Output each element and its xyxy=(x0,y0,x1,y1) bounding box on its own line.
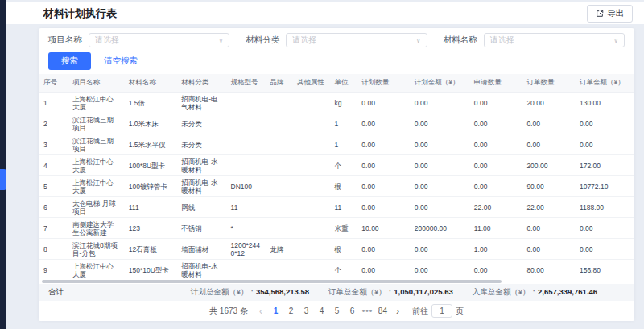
table-cell: 0.00 xyxy=(357,239,410,260)
table-cell: 0.00 xyxy=(410,197,469,218)
pagination-prev-button[interactable]: ‹ xyxy=(257,306,265,316)
table-cell: 6 xyxy=(39,197,68,218)
table-cell: 0.00 xyxy=(575,113,634,134)
chevron-right-icon: › xyxy=(396,306,399,317)
table-cell: 111 xyxy=(124,197,177,218)
table-cell: 9 xyxy=(39,260,68,280)
material-category-placeholder: 请选择 xyxy=(292,35,316,46)
table-cell: 0.00 xyxy=(410,134,469,155)
table-cell: 1.00 xyxy=(469,239,522,260)
column-header: 规格型号 xyxy=(226,74,266,93)
table-cell: 5 xyxy=(39,176,68,197)
pagination-page-6[interactable]: 6 xyxy=(345,304,359,318)
table-cell: 招商机电-水暖材料 xyxy=(176,176,225,197)
filter-group-material-name: 材料名称 请选择 ∨ xyxy=(444,33,625,47)
table-cell xyxy=(226,134,266,155)
table-cell: 123 xyxy=(124,218,177,239)
topbar: 材料计划执行表 导出 xyxy=(6,2,644,24)
material-category-label: 材料分类 xyxy=(246,35,279,46)
table-row[interactable]: 6太仓电梯-月球项目111网线11110.000.0022.0022.00118… xyxy=(39,197,634,218)
pagination-page-4[interactable]: 4 xyxy=(315,304,328,318)
table-cell: 1.5倍 xyxy=(124,93,177,113)
table-cell xyxy=(226,260,266,280)
table-cell: 招商机电-水暖材料 xyxy=(176,155,225,176)
pagination-total: 共 1673 条 xyxy=(209,306,248,317)
table-cell xyxy=(265,93,292,113)
table-cell: 8 xyxy=(39,239,68,260)
table-cell: 招商机电-电气材料 xyxy=(176,93,225,113)
table-cell: 太仓电梯-月球项目 xyxy=(68,197,124,218)
table-cell: 0.00 xyxy=(522,134,575,155)
table-cell xyxy=(226,113,266,134)
table-cell: 墙面辅材 xyxy=(176,239,225,260)
table-cell xyxy=(226,155,266,176)
search-button[interactable]: 搜索 xyxy=(48,52,91,70)
table-cell: 0.00 xyxy=(410,113,469,134)
table-cell: 滨江花城三期项目 xyxy=(68,113,124,134)
table-row[interactable]: 3滨江花城三期项目1.5米水平仪未分类10.000.000.000.000.00 xyxy=(39,134,634,155)
pagination-page-2[interactable]: 2 xyxy=(284,304,298,318)
material-name-label: 材料名称 xyxy=(444,35,477,46)
table-cell: 未分类 xyxy=(176,113,225,134)
table-row[interactable]: 8滨江花城8期项目-分包12石膏板墙面辅材1200*2440*12龙牌根0.00… xyxy=(39,239,634,260)
horizontal-scrollbar-thumb[interactable] xyxy=(42,280,502,283)
pagination-goto-input[interactable] xyxy=(431,304,452,318)
table-cell: 11 xyxy=(226,197,266,218)
table-row[interactable]: 5上海松江中心大厦100镀锌管卡招商机电-水暖材料DN100根0.000.000… xyxy=(39,176,634,197)
table-row[interactable]: 1上海松江中心大厦1.5倍招商机电-电气材料kg0.000.000.0020.0… xyxy=(39,93,634,113)
table-cell: 0.00 xyxy=(357,176,410,197)
clear-search-link[interactable]: 清空搜索 xyxy=(104,56,138,67)
table-row[interactable]: 7南侧建达大学生公寓新建123不锈钢*米重10.00200000.0011.00… xyxy=(39,218,634,239)
pagination-ellipsis[interactable]: ••• xyxy=(361,304,374,318)
export-button-label: 导出 xyxy=(607,8,624,19)
summary-total-value: 1,050,117,025.63 xyxy=(394,287,452,296)
project-name-label: 项目名称 xyxy=(48,35,82,46)
table-cell: 4 xyxy=(39,155,68,176)
table-cell: 0.00 xyxy=(410,93,469,113)
table-cell: 0.00 xyxy=(357,93,410,113)
page-title: 材料计划执行表 xyxy=(43,6,587,21)
table-cell: 0.00 xyxy=(357,113,410,134)
table-cell: 上海松江中心大厦 xyxy=(68,155,124,176)
sidebar-expand-handle[interactable] xyxy=(0,169,6,190)
table-cell: 0.00 xyxy=(469,260,522,280)
table-cell: 龙牌 xyxy=(265,239,292,260)
table-cell: 0.00 xyxy=(357,134,410,155)
material-category-select[interactable]: 请选择 ∨ xyxy=(286,33,427,47)
pagination-page-3[interactable]: 3 xyxy=(299,304,313,318)
summary-total-value: 354,568,213.58 xyxy=(256,287,309,296)
column-header: 其他属性 xyxy=(292,74,330,93)
table-cell: 根 xyxy=(330,239,357,260)
collapsed-sidebar[interactable] xyxy=(0,0,6,329)
project-name-placeholder: 请选择 xyxy=(95,35,119,46)
table-cell: 1 xyxy=(39,93,68,113)
project-name-select[interactable]: 请选择 ∨ xyxy=(89,33,229,47)
table-cell: 1188.00 xyxy=(575,197,634,218)
table-row[interactable]: 4上海松江中心大厦100*8U型卡招商机电-水暖材料个0.000.000.002… xyxy=(39,155,634,176)
table-header-row: 序号项目名称材料名称材料分类规格型号品牌其他属性单位计划数量计划金额（¥）申请数… xyxy=(39,74,634,93)
table-cell: 20.00 xyxy=(522,93,575,113)
table-cell: 2 xyxy=(39,113,68,134)
pagination-next-button[interactable]: › xyxy=(394,306,402,316)
export-icon xyxy=(596,10,604,18)
filter-actions: 搜索 清空搜索 xyxy=(48,52,625,70)
table-cell: 招商机电-水暖材料 xyxy=(176,260,225,280)
material-name-select[interactable]: 请选择 ∨ xyxy=(484,33,625,47)
table-cell: 不锈钢 xyxy=(176,218,225,239)
table-cell: * xyxy=(226,218,266,239)
table-cell: 0.00 xyxy=(410,239,469,260)
pagination-page-1[interactable]: 1 xyxy=(269,304,283,318)
table-cell: 0.00 xyxy=(357,155,410,176)
goto-label: 前往 xyxy=(412,306,428,317)
export-button[interactable]: 导出 xyxy=(587,5,633,23)
table-cell: 滨江花城三期项目 xyxy=(68,134,124,155)
table-cell: 0.00 xyxy=(357,260,410,280)
chevron-left-icon: ‹ xyxy=(259,306,262,317)
table-row[interactable]: 9上海松江中心大厦150*10U型卡招商机电-水暖材料个0.000.000.00… xyxy=(39,260,634,280)
chevron-down-icon: ∨ xyxy=(613,37,618,44)
pagination-page-5[interactable]: 5 xyxy=(330,304,344,318)
pagination-page-84[interactable]: 84 xyxy=(376,304,390,318)
filter-group-material-category: 材料分类 请选择 ∨ xyxy=(246,33,427,47)
table-row[interactable]: 2滨江花城三期项目1.0米木床未分类10.000.000.000.000.00 xyxy=(39,113,634,134)
table-cell: 22.00 xyxy=(522,197,575,218)
